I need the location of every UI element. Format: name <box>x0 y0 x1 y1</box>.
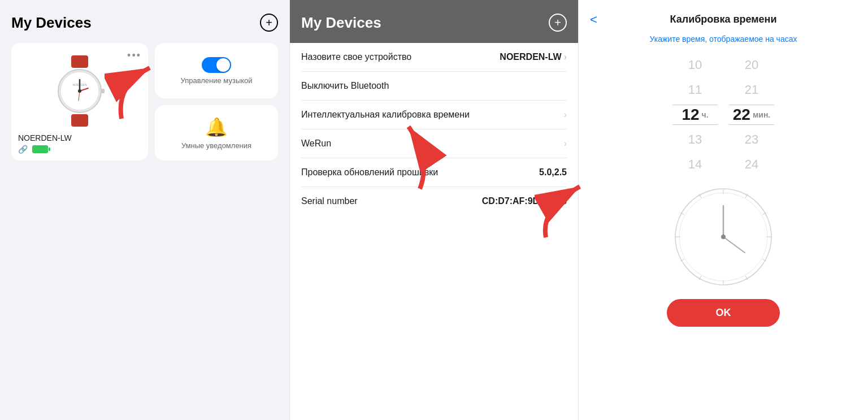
min-item-20[interactable]: 20 <box>729 55 774 75</box>
device-status: 🔗 <box>18 145 141 154</box>
device-name: NOERDEN-LW <box>18 133 141 142</box>
minutes-column[interactable]: 20 21 22 мин. 23 24 <box>729 55 774 175</box>
svg-rect-9 <box>101 89 105 93</box>
clock-face-container <box>590 186 857 288</box>
hour-item-13[interactable]: 13 <box>672 129 718 150</box>
min-item-24[interactable]: 24 <box>729 154 774 175</box>
widget-notifications[interactable]: 🔔 Умные уведомления <box>155 105 278 161</box>
min-item-21[interactable]: 21 <box>729 80 774 100</box>
clock-face-svg <box>672 186 774 288</box>
panel1-title: My Devices <box>11 14 92 32</box>
panel1-header: My Devices + <box>11 14 278 32</box>
widgets-column: Управление музыкой 🔔 Умные уведомления <box>155 43 278 161</box>
hour-item-10[interactable]: 10 <box>672 55 718 75</box>
hour-item-11[interactable]: 11 <box>672 80 718 100</box>
music-toggle[interactable] <box>202 57 231 73</box>
panel3-header: < Калибровка времени <box>590 14 857 25</box>
add-device-button[interactable]: + <box>260 14 278 32</box>
min-item-22-selected[interactable]: 22 мин. <box>729 105 774 125</box>
svg-rect-1 <box>71 114 88 127</box>
chevron-icon-2: › <box>564 110 567 120</box>
battery-indicator <box>32 145 48 153</box>
calibration-subtitle: Укажите время, отображаемое на часах <box>590 34 857 44</box>
chevron-icon-3: › <box>564 138 567 149</box>
settings-item-werun[interactable]: WeRun › <box>301 129 567 158</box>
panel2-header: My Devices + <box>290 0 578 43</box>
link-icon: 🔗 <box>18 145 28 154</box>
panel2-title: My Devices <box>301 14 381 32</box>
settings-item-serial[interactable]: Serial number CD:D7:AF:9D:04:4B <box>301 187 567 215</box>
settings-list: Назовите свое устройство NOERDEN-LW › Вы… <box>301 43 567 215</box>
settings-item-bluetooth[interactable]: Выключить Bluetooth <box>301 72 567 101</box>
devices-grid: ••• NOERDEN <box>11 43 278 161</box>
svg-rect-0 <box>71 55 88 68</box>
panel-time-calibration: < Калибровка времени Укажите время, отоб… <box>579 0 868 420</box>
time-picker: 10 11 12 ч. 13 14 20 21 22 мин. 23 24 <box>590 55 857 175</box>
calibration-title: Калибровка времени <box>670 14 776 25</box>
settings-item-calibration[interactable]: Интеллектуальная калибровка времени › <box>301 101 567 129</box>
panel-device-settings: My Devices + Назовите свое устройство NO… <box>289 0 579 420</box>
bell-icon: 🔔 <box>205 116 228 138</box>
back-button[interactable]: < <box>590 12 597 27</box>
notifications-label: Умные уведомления <box>181 141 251 150</box>
settings-item-firmware[interactable]: Проверка обновлений прошивки 5.0,2.5 <box>301 158 567 187</box>
panel2-add-button[interactable]: + <box>549 14 567 32</box>
hour-item-12-selected[interactable]: 12 ч. <box>672 105 718 125</box>
watch-image: NOERDEN <box>18 54 141 128</box>
device-card-main[interactable]: ••• NOERDEN <box>11 43 148 161</box>
svg-point-8 <box>78 89 81 93</box>
svg-point-29 <box>721 235 726 239</box>
settings-container: Назовите свое устройство NOERDEN-LW › Вы… <box>290 43 578 215</box>
settings-item-name[interactable]: Назовите свое устройство NOERDEN-LW › <box>301 43 567 72</box>
music-label: Управление музыкой <box>180 76 252 85</box>
watch-svg: NOERDEN <box>51 54 108 128</box>
three-dots-menu[interactable]: ••• <box>127 50 141 62</box>
min-item-23[interactable]: 23 <box>729 129 774 150</box>
chevron-icon-0: › <box>564 52 567 62</box>
panel-my-devices: My Devices + ••• NOERDEN <box>0 0 289 420</box>
hour-item-14[interactable]: 14 <box>672 154 718 175</box>
ok-button[interactable]: OK <box>667 299 780 327</box>
widget-music[interactable]: Управление музыкой <box>155 43 278 98</box>
hours-column[interactable]: 10 11 12 ч. 13 14 <box>672 55 718 175</box>
